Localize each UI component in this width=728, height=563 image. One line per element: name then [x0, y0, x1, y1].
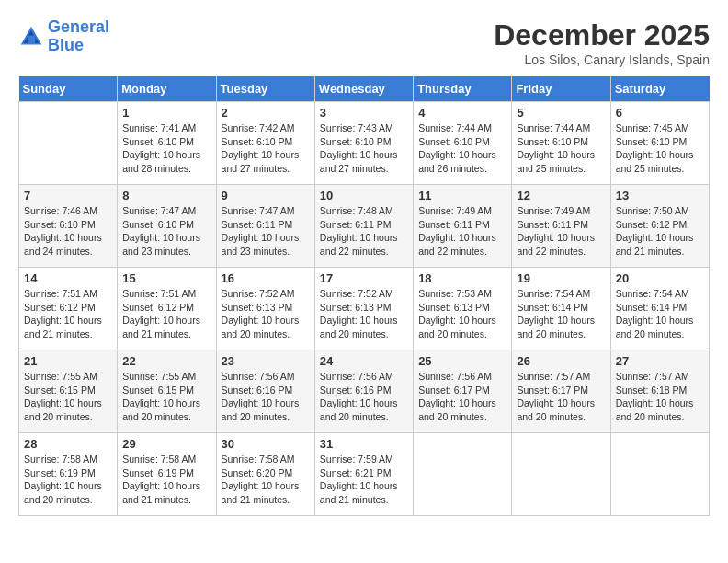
calendar-cell: 20Sunrise: 7:54 AMSunset: 6:14 PMDayligh… [610, 268, 709, 350]
day-info: Sunrise: 7:48 AMSunset: 6:11 PMDaylight:… [320, 204, 408, 259]
day-info: Sunrise: 7:57 AMSunset: 6:17 PMDaylight:… [517, 370, 605, 424]
calendar-cell: 21Sunrise: 7:55 AMSunset: 6:15 PMDayligh… [19, 350, 118, 433]
weekday-header-tuesday: Tuesday [216, 76, 314, 102]
day-number: 11 [418, 189, 506, 202]
logo-line2: Blue [48, 36, 84, 54]
day-number: 18 [418, 271, 506, 285]
day-number: 14 [24, 271, 112, 285]
calendar-table: SundayMondayTuesdayWednesdayThursdayFrid… [18, 76, 710, 516]
calendar-cell: 4Sunrise: 7:44 AMSunset: 6:10 PMDaylight… [414, 102, 512, 185]
calendar-cell: 23Sunrise: 7:56 AMSunset: 6:16 PMDayligh… [216, 350, 314, 433]
day-number: 19 [517, 271, 605, 285]
day-number: 1 [122, 106, 210, 120]
day-number: 22 [122, 354, 210, 368]
calendar-cell: 16Sunrise: 7:52 AMSunset: 6:13 PMDayligh… [216, 268, 314, 350]
day-info: Sunrise: 7:50 AMSunset: 6:12 PMDaylight:… [616, 204, 704, 259]
calendar-cell: 12Sunrise: 7:49 AMSunset: 6:11 PMDayligh… [512, 185, 610, 268]
day-number: 13 [616, 189, 704, 202]
day-number: 10 [320, 189, 408, 202]
calendar-cell [610, 433, 709, 516]
logo-line1: General [48, 17, 109, 36]
calendar-cell: 25Sunrise: 7:56 AMSunset: 6:17 PMDayligh… [414, 350, 512, 433]
calendar-cell: 6Sunrise: 7:45 AMSunset: 6:10 PMDaylight… [610, 102, 709, 185]
day-number: 21 [24, 354, 112, 368]
day-number: 2 [222, 106, 310, 120]
day-info: Sunrise: 7:44 AMSunset: 6:10 PMDaylight:… [418, 121, 506, 176]
logo: General Blue [18, 18, 109, 55]
day-number: 27 [616, 354, 704, 368]
day-info: Sunrise: 7:57 AMSunset: 6:18 PMDaylight:… [616, 370, 704, 424]
day-number: 23 [222, 354, 310, 368]
day-number: 26 [517, 354, 605, 368]
svg-rect-2 [28, 35, 35, 42]
day-info: Sunrise: 7:49 AMSunset: 6:11 PMDaylight:… [418, 204, 506, 259]
calendar-cell: 28Sunrise: 7:58 AMSunset: 6:19 PMDayligh… [19, 433, 118, 516]
weekday-header-saturday: Saturday [610, 76, 709, 102]
day-number: 28 [24, 437, 112, 451]
calendar-cell: 30Sunrise: 7:58 AMSunset: 6:20 PMDayligh… [216, 433, 314, 516]
calendar-cell: 27Sunrise: 7:57 AMSunset: 6:18 PMDayligh… [610, 350, 709, 433]
day-info: Sunrise: 7:56 AMSunset: 6:16 PMDaylight:… [222, 370, 310, 424]
week-row-3: 14Sunrise: 7:51 AMSunset: 6:12 PMDayligh… [19, 268, 710, 350]
calendar-cell: 24Sunrise: 7:56 AMSunset: 6:16 PMDayligh… [314, 350, 413, 433]
calendar-cell: 22Sunrise: 7:55 AMSunset: 6:15 PMDayligh… [118, 350, 216, 433]
calendar-cell: 17Sunrise: 7:52 AMSunset: 6:13 PMDayligh… [314, 268, 413, 350]
day-info: Sunrise: 7:51 AMSunset: 6:12 PMDaylight:… [24, 287, 112, 341]
calendar-cell: 31Sunrise: 7:59 AMSunset: 6:21 PMDayligh… [314, 433, 413, 516]
location: Los Silos, Canary Islands, Spain [494, 52, 710, 67]
week-row-2: 7Sunrise: 7:46 AMSunset: 6:10 PMDaylight… [19, 185, 710, 268]
calendar-cell: 8Sunrise: 7:47 AMSunset: 6:10 PMDaylight… [118, 185, 216, 268]
calendar-cell: 7Sunrise: 7:46 AMSunset: 6:10 PMDaylight… [19, 185, 118, 268]
day-number: 7 [24, 189, 112, 202]
day-number: 24 [320, 354, 408, 368]
day-info: Sunrise: 7:58 AMSunset: 6:20 PMDaylight:… [222, 453, 310, 507]
day-number: 5 [517, 106, 605, 120]
day-info: Sunrise: 7:52 AMSunset: 6:13 PMDaylight:… [320, 287, 408, 341]
day-info: Sunrise: 7:46 AMSunset: 6:10 PMDaylight:… [24, 204, 112, 259]
logo-text: General Blue [48, 18, 109, 55]
day-number: 8 [122, 189, 210, 202]
weekday-header-sunday: Sunday [19, 76, 118, 102]
day-info: Sunrise: 7:49 AMSunset: 6:11 PMDaylight:… [517, 204, 605, 259]
day-info: Sunrise: 7:42 AMSunset: 6:10 PMDaylight:… [222, 121, 310, 176]
day-number: 20 [616, 271, 704, 285]
title-block: December 2025 Los Silos, Canary Islands,… [494, 18, 710, 67]
calendar-cell: 13Sunrise: 7:50 AMSunset: 6:12 PMDayligh… [610, 185, 709, 268]
day-info: Sunrise: 7:56 AMSunset: 6:17 PMDaylight:… [418, 370, 506, 424]
day-info: Sunrise: 7:47 AMSunset: 6:10 PMDaylight:… [122, 204, 210, 259]
day-info: Sunrise: 7:52 AMSunset: 6:13 PMDaylight:… [222, 287, 310, 341]
day-number: 9 [222, 189, 310, 202]
day-info: Sunrise: 7:53 AMSunset: 6:13 PMDaylight:… [418, 287, 506, 341]
calendar-cell: 10Sunrise: 7:48 AMSunset: 6:11 PMDayligh… [314, 185, 413, 268]
day-info: Sunrise: 7:43 AMSunset: 6:10 PMDaylight:… [320, 121, 408, 176]
weekday-header-thursday: Thursday [414, 76, 512, 102]
day-number: 25 [418, 354, 506, 368]
logo-icon [18, 24, 44, 50]
week-row-5: 28Sunrise: 7:58 AMSunset: 6:19 PMDayligh… [19, 433, 710, 516]
day-info: Sunrise: 7:47 AMSunset: 6:11 PMDaylight:… [222, 204, 310, 259]
day-number: 12 [517, 189, 605, 202]
day-info: Sunrise: 7:44 AMSunset: 6:10 PMDaylight:… [517, 121, 605, 176]
weekday-header-monday: Monday [118, 76, 216, 102]
page-header: General Blue December 2025 Los Silos, Ca… [18, 18, 710, 67]
week-row-4: 21Sunrise: 7:55 AMSunset: 6:15 PMDayligh… [19, 350, 710, 433]
calendar-cell [512, 433, 610, 516]
day-info: Sunrise: 7:55 AMSunset: 6:15 PMDaylight:… [24, 370, 112, 424]
day-info: Sunrise: 7:54 AMSunset: 6:14 PMDaylight:… [517, 287, 605, 341]
weekday-header-friday: Friday [512, 76, 610, 102]
calendar-cell [414, 433, 512, 516]
day-number: 17 [320, 271, 408, 285]
calendar-cell: 5Sunrise: 7:44 AMSunset: 6:10 PMDaylight… [512, 102, 610, 185]
weekday-header-wednesday: Wednesday [314, 76, 413, 102]
calendar-cell: 9Sunrise: 7:47 AMSunset: 6:11 PMDaylight… [216, 185, 314, 268]
calendar-cell: 18Sunrise: 7:53 AMSunset: 6:13 PMDayligh… [414, 268, 512, 350]
day-info: Sunrise: 7:41 AMSunset: 6:10 PMDaylight:… [122, 121, 210, 176]
day-number: 4 [418, 106, 506, 120]
calendar-cell: 26Sunrise: 7:57 AMSunset: 6:17 PMDayligh… [512, 350, 610, 433]
calendar-cell: 15Sunrise: 7:51 AMSunset: 6:12 PMDayligh… [118, 268, 216, 350]
week-row-1: 1Sunrise: 7:41 AMSunset: 6:10 PMDaylight… [19, 102, 710, 185]
day-number: 16 [222, 271, 310, 285]
day-info: Sunrise: 7:45 AMSunset: 6:10 PMDaylight:… [616, 121, 704, 176]
weekday-header-row: SundayMondayTuesdayWednesdayThursdayFrid… [19, 76, 710, 102]
day-info: Sunrise: 7:58 AMSunset: 6:19 PMDaylight:… [122, 453, 210, 507]
